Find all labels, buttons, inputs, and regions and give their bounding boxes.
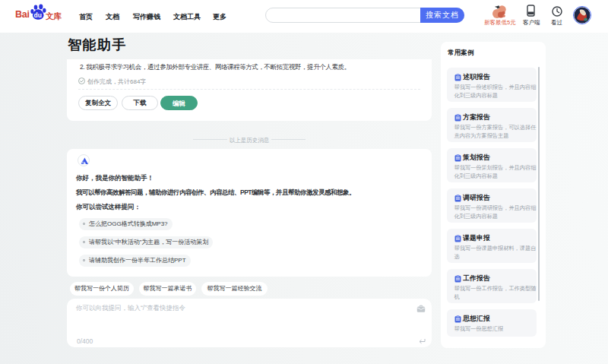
svg-text:du: du [34,11,42,19]
